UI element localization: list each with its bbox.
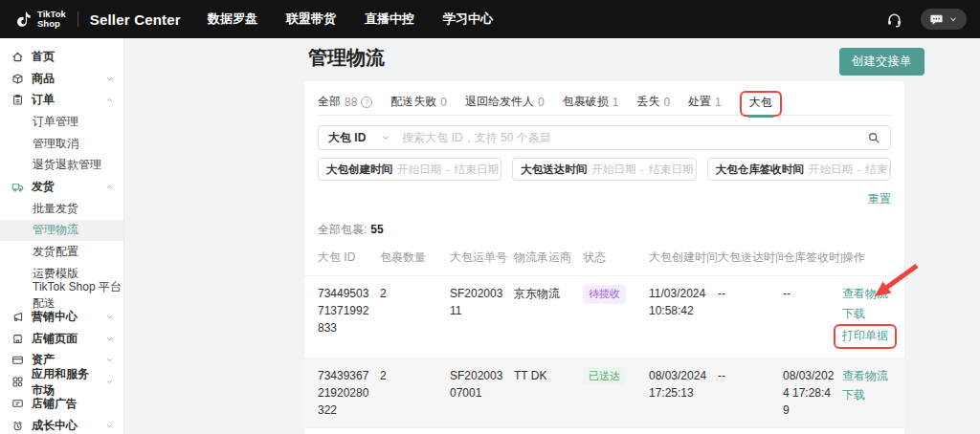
- cell-status: 已送达: [583, 367, 649, 386]
- sidebar-label: 店铺页面: [32, 331, 78, 347]
- filter-created-time[interactable]: 大包创建时间 开始日期 - 结束日期: [318, 158, 501, 181]
- seller-center-title: Seller Center: [90, 11, 181, 28]
- date-filters: 大包创建时间 开始日期 - 结束日期 大包送达时间 开始日期 - 结束日期 大包…: [318, 158, 891, 181]
- logistics-panel: 全部88 ? 配送失败0 退回给发件人0 包裹破损1 丢失0 处置1: [304, 81, 904, 434]
- cell-status: 待揽收: [583, 285, 649, 304]
- search-field-selector[interactable]: 大包 ID: [328, 130, 366, 146]
- reset-button[interactable]: 重置: [868, 192, 891, 206]
- sidebar-item-shop-ads[interactable]: 店铺广告: [0, 393, 123, 415]
- status-tabs: 全部88 ? 配送失败0 退回给发件人0 包裹破损1 丢失0 处置1: [318, 89, 891, 116]
- growth-icon: [11, 420, 24, 432]
- sidebar-item-shop-pages[interactable]: 店铺页面: [0, 328, 123, 350]
- main-content: 管理物流 创建交接单 全部88 ? 配送失败0 退回给发件人0 包裹破损1: [124, 38, 980, 434]
- tab-package-damaged[interactable]: 包裹破损1: [563, 94, 619, 110]
- cell-carrier: 京东物流: [514, 285, 583, 302]
- filter-warehouse-signed-time[interactable]: 大包仓库签收时间 开始日期 - 结束日期: [707, 158, 891, 181]
- sidebar-item-returns-refunds[interactable]: 退货退款管理: [0, 154, 123, 176]
- cell-delivered: --: [718, 285, 783, 302]
- sidebar-item-manage-logistics[interactable]: 管理物流: [0, 220, 123, 242]
- table-row: 7343936721920280322 2 SF20200307001 TT D…: [304, 358, 904, 427]
- chevron-down-icon: [105, 422, 114, 430]
- cell-created: 08/03/2024 17:25:13: [649, 367, 718, 401]
- sidebar-label: 发货: [32, 179, 55, 195]
- chevron-up-icon: [105, 96, 114, 104]
- message-bubble-icon: [929, 12, 944, 27]
- cell-signed: --: [783, 285, 842, 302]
- messages-menu[interactable]: [921, 9, 967, 30]
- tab-all[interactable]: 全部88 ?: [318, 94, 372, 110]
- status-badge: 待揽收: [583, 285, 626, 304]
- cell-signed: 08/03/2024 17:28:49: [783, 367, 842, 419]
- print-document-link[interactable]: 打印单据: [842, 329, 888, 342]
- chevron-down-icon: [381, 133, 390, 142]
- search-icon[interactable]: [867, 131, 880, 144]
- sidebar-label: 商品: [32, 71, 55, 87]
- sidebar-item-bulk-shipping[interactable]: 批量发货: [0, 198, 123, 220]
- red-annotation-box-print: 打印单据: [834, 324, 897, 349]
- chevron-down-icon: [105, 75, 114, 83]
- tab-delivery-failed[interactable]: 配送失败0: [390, 94, 447, 110]
- tab-lost[interactable]: 丢失0: [636, 94, 670, 110]
- sidebar: 首页 商品 订单 订单管理 管理取消 退货退款管理 发货 批量发货 管理物流 发…: [0, 38, 124, 434]
- tiktok-shop-logo[interactable]: TikTokShop: [13, 10, 66, 30]
- top-navbar: TikTokShop Seller Center 数据罗盘 联盟带货 直播中控 …: [0, 0, 980, 38]
- red-annotation-box-tab: 大包: [740, 91, 782, 117]
- cell-waybill: SF20200311: [450, 285, 514, 319]
- cell-carrier: TT DK: [514, 367, 583, 384]
- sidebar-label: 店铺广告: [32, 396, 78, 412]
- table-row: 7343919074843690753 2 SF23456789 TT DK 已…: [304, 427, 904, 434]
- nav-link-learning-center[interactable]: 学习中心: [443, 11, 493, 28]
- view-logistics-link[interactable]: 查看物流: [842, 367, 888, 385]
- package-count-summary: 全部包裹:55: [318, 222, 891, 238]
- cell-created: 11/03/2024 10:58:42: [649, 285, 718, 319]
- table-header: 大包 ID包裹数量 大包运单号物流承运商 状态大包创建时间 大包送达时间仓库签收…: [304, 238, 904, 275]
- filter-delivered-time[interactable]: 大包送达时间 开始日期 - 结束日期: [512, 158, 696, 181]
- home-icon: [11, 51, 24, 63]
- table-row: 7344950371371992833 2 SF20200311 京东物流 待揽…: [304, 275, 904, 358]
- sidebar-item-orders[interactable]: 订单: [0, 89, 123, 111]
- chevron-down-icon: [105, 378, 114, 386]
- nav-link-data-compass[interactable]: 数据罗盘: [208, 11, 257, 28]
- nav-link-live-center[interactable]: 直播中控: [365, 11, 414, 28]
- sidebar-item-order-management[interactable]: 订单管理: [0, 111, 123, 133]
- sidebar-item-home[interactable]: 首页: [0, 46, 123, 68]
- shipping-icon: [11, 181, 24, 193]
- chevron-down-icon: [105, 335, 114, 343]
- sidebar-item-app-service-market[interactable]: 应用和服务市场: [0, 371, 123, 393]
- search-bar[interactable]: 大包 ID 搜索大包 ID，支持 50 个条目: [318, 125, 891, 150]
- product-icon: [11, 73, 24, 85]
- sidebar-item-growth-center[interactable]: 成长中心: [0, 415, 123, 434]
- sidebar-item-products[interactable]: 商品: [0, 68, 123, 90]
- sidebar-label: 首页: [32, 49, 55, 65]
- download-link[interactable]: 下载: [842, 386, 865, 404]
- tab-big-package[interactable]: 大包: [749, 95, 772, 111]
- headset-icon[interactable]: [885, 11, 903, 29]
- sidebar-label: 营销中心: [32, 309, 78, 325]
- tiktok-note-icon: [13, 10, 33, 29]
- chevron-down-icon: [105, 313, 114, 321]
- chevron-up-icon: [105, 183, 114, 191]
- sidebar-label: 应用和服务市场: [32, 366, 98, 399]
- order-icon: [11, 94, 24, 106]
- view-logistics-link[interactable]: 查看物流: [842, 285, 888, 303]
- cell-actions: 查看物流 下载: [842, 367, 896, 404]
- chevron-down-icon: [105, 356, 114, 364]
- sidebar-item-shipping-settings[interactable]: 发货配置: [0, 241, 123, 263]
- sidebar-item-shipping[interactable]: 发货: [0, 176, 123, 198]
- sidebar-item-manage-cancellations[interactable]: 管理取消: [0, 133, 123, 155]
- question-circle-icon[interactable]: ?: [361, 97, 372, 108]
- create-handover-button[interactable]: 创建交接单: [839, 48, 924, 76]
- cell-qty: 2: [380, 285, 450, 302]
- download-link[interactable]: 下载: [842, 305, 865, 323]
- cell-package-id: 7343936721920280322: [318, 367, 380, 419]
- cell-qty: 2: [380, 367, 450, 384]
- sidebar-item-platform-delivery[interactable]: TikTok Shop 平台配送: [0, 285, 123, 307]
- chevron-down-icon: [948, 14, 958, 24]
- ads-icon: [11, 398, 24, 410]
- tab-disposal[interactable]: 处置1: [688, 94, 722, 110]
- cell-package-id: 7344950371371992833: [318, 285, 380, 336]
- tab-returned-to-sender[interactable]: 退回给发件人0: [465, 94, 545, 110]
- search-input[interactable]: 搜索大包 ID，支持 50 个条目: [402, 130, 867, 146]
- nav-link-affiliate[interactable]: 联盟带货: [286, 11, 336, 28]
- cell-delivered: --: [718, 367, 783, 384]
